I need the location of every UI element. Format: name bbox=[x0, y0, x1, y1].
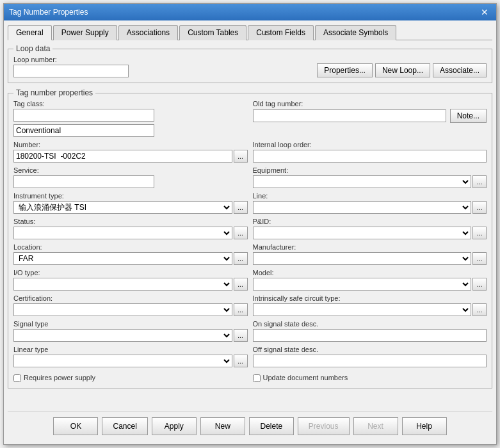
internal-loop-order-label: Internal loop order: bbox=[253, 141, 487, 148]
instrument-type-label: Instrument type: bbox=[13, 192, 248, 200]
note-button[interactable]: Note... bbox=[450, 109, 487, 123]
old-tag-number-group: Old tag number: Note... bbox=[253, 100, 487, 137]
row-signal-type: Signal type ... On signal state desc. bbox=[13, 320, 487, 342]
io-type-group: I/O type: ... bbox=[13, 269, 248, 291]
pandd-browse-btn[interactable]: ... bbox=[472, 227, 487, 239]
on-signal-label: On signal state desc. bbox=[253, 320, 487, 328]
pandd-select[interactable] bbox=[253, 227, 472, 239]
model-select[interactable] bbox=[253, 278, 472, 291]
signal-type-input-group: ... bbox=[13, 329, 248, 342]
main-window: Tag Number Properties ✕ General Power Su… bbox=[3, 3, 497, 445]
off-signal-input[interactable] bbox=[253, 355, 487, 367]
signal-type-browse-btn[interactable]: ... bbox=[234, 329, 248, 342]
service-input[interactable] bbox=[13, 175, 154, 188]
loop-data-legend: Loop data bbox=[13, 44, 52, 53]
tab-custom-tables[interactable]: Custom Tables bbox=[179, 25, 246, 40]
location-browse-btn[interactable]: ... bbox=[234, 252, 248, 265]
manufacturer-select[interactable] bbox=[253, 252, 472, 265]
tag-properties-legend: Tag number properties bbox=[13, 88, 95, 97]
tag-number-properties-fieldset: Tag number properties Tag class: Old tag… bbox=[8, 88, 492, 388]
internal-loop-order-input[interactable] bbox=[253, 150, 487, 163]
new-loop-button[interactable]: New Loop... bbox=[375, 63, 430, 77]
line-label: Line: bbox=[253, 192, 487, 200]
linear-type-select[interactable] bbox=[13, 355, 232, 367]
update-document-numbers-row: Update document numbers bbox=[253, 374, 487, 383]
loop-number-group: Loop number: bbox=[13, 56, 129, 77]
tab-bar: General Power Supply Associations Custom… bbox=[8, 24, 492, 40]
signal-type-select[interactable] bbox=[13, 329, 232, 342]
status-input-group: ... bbox=[13, 227, 248, 239]
certification-browse-btn[interactable]: ... bbox=[234, 303, 248, 316]
on-signal-input[interactable] bbox=[253, 329, 487, 342]
status-browse-btn[interactable]: ... bbox=[234, 227, 248, 239]
number-label: Number: bbox=[13, 141, 248, 148]
line-select[interactable] bbox=[253, 201, 472, 214]
instrument-type-input-group: 输入浪涌保护器 TSI ... bbox=[13, 201, 248, 214]
next-button[interactable]: Next bbox=[353, 417, 398, 435]
loop-buttons: Properties... New Loop... Associate... bbox=[317, 63, 487, 77]
linear-type-browse-btn[interactable]: ... bbox=[234, 355, 248, 367]
delete-button[interactable]: Delete bbox=[249, 417, 294, 435]
io-type-input-group: ... bbox=[13, 278, 248, 291]
window-title: Tag Number Properties bbox=[9, 8, 88, 17]
new-button[interactable]: New bbox=[200, 417, 245, 435]
ok-button[interactable]: OK bbox=[53, 417, 98, 435]
tag-class-input[interactable] bbox=[13, 109, 154, 122]
title-bar: Tag Number Properties ✕ bbox=[4, 4, 496, 20]
help-button[interactable]: Help bbox=[402, 417, 447, 435]
manufacturer-input-group: ... bbox=[253, 252, 487, 265]
bottom-bar: OK Cancel Apply New Delete Previous Next… bbox=[8, 412, 492, 440]
pandd-label: P&ID: bbox=[253, 218, 487, 225]
tag-class-value-input[interactable] bbox=[13, 124, 154, 137]
loop-number-input[interactable] bbox=[13, 65, 129, 77]
off-signal-group: Off signal state desc. bbox=[253, 346, 487, 367]
row-linear-type: Linear type ... Off signal state desc. bbox=[13, 346, 487, 367]
location-select[interactable]: FAR bbox=[13, 252, 232, 265]
model-browse-btn[interactable]: ... bbox=[472, 278, 487, 291]
certification-select[interactable] bbox=[13, 303, 232, 316]
number-input[interactable] bbox=[13, 150, 232, 163]
close-button[interactable]: ✕ bbox=[478, 7, 491, 17]
intrinsically-safe-select[interactable] bbox=[253, 303, 472, 316]
service-group: Service: bbox=[13, 166, 248, 188]
instrument-type-browse-btn[interactable]: ... bbox=[234, 201, 248, 214]
cancel-button[interactable]: Cancel bbox=[102, 417, 147, 435]
io-type-browse-btn[interactable]: ... bbox=[234, 278, 248, 291]
update-document-numbers-group: Update document numbers bbox=[253, 371, 487, 383]
on-signal-group: On signal state desc. bbox=[253, 320, 487, 342]
tab-associate-symbols[interactable]: Associate Symbols bbox=[315, 25, 396, 40]
pandd-input-group: ... bbox=[253, 227, 487, 239]
line-input-group: ... bbox=[253, 201, 487, 214]
location-group: Location: FAR ... bbox=[13, 243, 248, 265]
instrument-type-select[interactable]: 输入浪涌保护器 TSI bbox=[13, 201, 232, 214]
row-number: Number: ... Internal loop order: bbox=[13, 141, 487, 163]
io-type-select[interactable] bbox=[13, 278, 232, 291]
associate-button[interactable]: Associate... bbox=[433, 63, 487, 77]
line-browse-btn[interactable]: ... bbox=[472, 201, 487, 214]
apply-button[interactable]: Apply bbox=[152, 417, 197, 435]
previous-button[interactable]: Previous bbox=[298, 417, 350, 435]
equipment-browse-btn[interactable]: ... bbox=[472, 175, 487, 188]
row-checkboxes: Requires power supply Update document nu… bbox=[13, 371, 487, 383]
status-select[interactable] bbox=[13, 227, 232, 239]
equipment-select[interactable] bbox=[253, 175, 472, 188]
off-signal-label: Off signal state desc. bbox=[253, 346, 487, 353]
intrinsically-safe-label: Intrinsically safe circuit type: bbox=[253, 294, 487, 302]
number-browse-btn[interactable]: ... bbox=[234, 150, 248, 163]
requires-power-supply-group: Requires power supply bbox=[13, 371, 248, 383]
row-location: Location: FAR ... Manufacturer: ... bbox=[13, 243, 487, 265]
requires-power-supply-checkbox[interactable] bbox=[13, 374, 21, 382]
linear-type-label: Linear type bbox=[13, 346, 248, 353]
tab-general[interactable]: General bbox=[8, 25, 52, 40]
update-document-numbers-checkbox[interactable] bbox=[253, 374, 261, 382]
status-group: Status: ... bbox=[13, 218, 248, 239]
properties-button[interactable]: Properties... bbox=[317, 63, 373, 77]
intrinsically-safe-browse-btn[interactable]: ... bbox=[472, 303, 487, 316]
io-type-label: I/O type: bbox=[13, 269, 248, 276]
manufacturer-browse-btn[interactable]: ... bbox=[472, 252, 487, 265]
tab-associations[interactable]: Associations bbox=[118, 25, 178, 40]
status-label: Status: bbox=[13, 218, 248, 225]
tab-custom-fields[interactable]: Custom Fields bbox=[248, 25, 314, 40]
old-tag-number-input[interactable] bbox=[253, 109, 446, 122]
tab-power-supply[interactable]: Power Supply bbox=[53, 25, 117, 40]
